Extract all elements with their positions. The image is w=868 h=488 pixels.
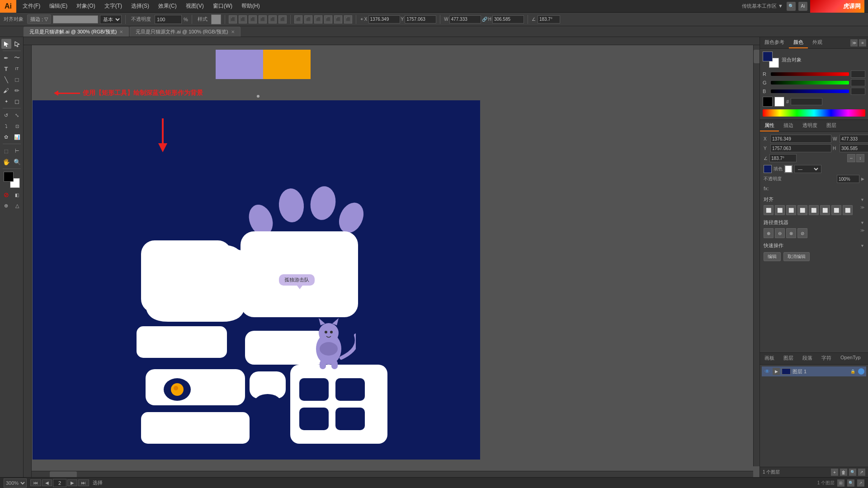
y-prop-input[interactable]	[770, 144, 831, 152]
stroke-color-prop[interactable]	[784, 165, 793, 173]
quick-actions-header[interactable]: 快速操作 ▼	[764, 241, 864, 250]
align-btn-11[interactable]: ⬛	[334, 15, 342, 23]
g-input[interactable]	[851, 79, 865, 86]
rectangle-tool[interactable]: □	[12, 75, 22, 84]
direct-selection-tool[interactable]	[12, 39, 22, 49]
selection-tool[interactable]	[1, 39, 11, 49]
angle-input[interactable]	[538, 15, 560, 23]
distribute-v-btn[interactable]: ⬜	[843, 205, 853, 215]
symbol-tool[interactable]: ✿	[1, 132, 11, 142]
pf-intersect-btn[interactable]: ⊗	[786, 228, 796, 238]
menu-object[interactable]: 对象(O)	[72, 1, 99, 11]
edit-btn[interactable]: 编辑	[764, 252, 781, 261]
align-btn-2[interactable]: ⬛	[239, 15, 247, 23]
align-btn-4[interactable]: ⬛	[259, 15, 267, 23]
artwork-canvas[interactable]: 使用【矩形工具】绘制深蓝色矩形作为背景	[33, 46, 503, 477]
pf-more[interactable]: ≫	[860, 228, 864, 238]
artboard-tool[interactable]: ⬚	[1, 146, 11, 156]
opacity-input[interactable]	[155, 15, 182, 24]
zoom-tool[interactable]: 🔍	[12, 157, 22, 167]
layer-lock-icon[interactable]: 🔒	[849, 368, 856, 375]
warp-tool[interactable]: ⤵	[1, 121, 11, 131]
tab-1[interactable]: 元旦是只猫源文件.ai @ 100% (RGB/预览) ✕	[130, 27, 240, 37]
menu-text[interactable]: 文字(T)	[100, 1, 127, 11]
status-icon-1[interactable]: ⊞	[837, 479, 844, 487]
pf-minus-btn[interactable]: ⊖	[775, 228, 785, 238]
layer-zoom-btn[interactable]: 🔍	[849, 469, 856, 476]
props-tab-stroke[interactable]: 描边	[779, 120, 798, 131]
page-last-btn[interactable]: ⏭	[78, 479, 89, 486]
w-input[interactable]	[449, 15, 481, 23]
align-more[interactable]: ≫	[860, 205, 864, 215]
panel-menu-btn[interactable]: ≡	[859, 39, 866, 47]
h-prop-input[interactable]	[840, 144, 868, 152]
h-input[interactable]	[492, 15, 524, 23]
menu-edit[interactable]: 编辑(E)	[45, 1, 72, 11]
tab-0[interactable]: 元旦是只猫讲解.ai @ 300% (RGB/预览) ✕	[24, 27, 129, 37]
align-right-btn[interactable]: ⬜	[786, 205, 796, 215]
align-btn-3[interactable]: ⬛	[249, 15, 257, 23]
scale-tool[interactable]: ⤡	[12, 110, 22, 120]
y-input[interactable]	[405, 15, 436, 23]
props-tab-layers[interactable]: 图层	[822, 120, 841, 131]
pf-unite-btn[interactable]: ⊕	[764, 228, 774, 238]
menu-view[interactable]: 视图(V)	[181, 1, 208, 11]
canvas-area[interactable]: // ruler ticks - static SVG	[24, 37, 760, 477]
scrollbar-horizontal[interactable]	[32, 471, 753, 477]
color-mode[interactable]: ◧	[12, 190, 22, 200]
b-input[interactable]	[851, 88, 865, 95]
measure-tool[interactable]: △	[12, 201, 22, 211]
fill-color-box[interactable]	[4, 172, 14, 182]
opacity-prop-input[interactable]	[837, 175, 859, 183]
layer-delete-btn[interactable]: 🗑	[840, 469, 847, 476]
layer-expand-arrow[interactable]: ▶	[773, 368, 780, 375]
fill-thumb[interactable]	[763, 52, 773, 61]
adobe-icon[interactable]: Ai	[798, 2, 807, 11]
align-bottom-btn[interactable]: ⬜	[820, 205, 830, 215]
bottom-tab-layers[interactable]: 图层	[779, 353, 798, 364]
search-icon[interactable]: 🔍	[787, 2, 796, 11]
align-center-h-btn[interactable]: ⬜	[775, 205, 785, 215]
panel-tab-color[interactable]: 颜色	[789, 37, 808, 48]
panel-tab-appearance[interactable]: 外观	[808, 37, 827, 48]
g-slider[interactable]	[771, 81, 849, 84]
scrollbar-vertical[interactable]	[753, 45, 760, 466]
stroke-select[interactable]: —	[796, 166, 820, 172]
align-btn-10[interactable]: ⬛	[324, 15, 332, 23]
stroke-prop[interactable]: —	[794, 165, 821, 173]
type-tool[interactable]: T	[1, 64, 11, 74]
menu-select[interactable]: 选择(S)	[127, 1, 154, 11]
flip-h-btn[interactable]: ↔	[847, 154, 855, 162]
w-prop-input[interactable]	[840, 135, 868, 143]
preset-select[interactable]: 基本	[100, 15, 122, 24]
color-spectrum[interactable]	[763, 109, 865, 117]
align-btn-7[interactable]: ⬛	[294, 15, 302, 23]
x-input[interactable]	[368, 15, 400, 23]
layer-arrow-btn[interactable]: ↗	[858, 469, 865, 476]
panel-expand-btn[interactable]: ≫	[850, 39, 858, 47]
menu-window[interactable]: 窗口(W)	[208, 1, 237, 11]
stroke-dropdown[interactable]: 描边 : ▽	[27, 14, 51, 24]
zoom-select[interactable]: 300%	[4, 479, 27, 488]
scrollbar-thumb-h[interactable]	[50, 471, 77, 477]
touch-type-tool[interactable]: IT	[12, 64, 22, 74]
bottom-tab-para[interactable]: 段落	[798, 353, 817, 364]
bottom-tab-artboard[interactable]: 画板	[760, 353, 779, 364]
eraser-tool[interactable]: ◻	[12, 96, 22, 106]
white-swatch[interactable]	[774, 97, 784, 107]
hex-input[interactable]	[791, 98, 822, 105]
panel-tab-color-ref[interactable]: 颜色参考	[760, 37, 789, 48]
pf-exclude-btn[interactable]: ⊘	[797, 228, 807, 238]
curvature-tool[interactable]: 〜	[12, 53, 22, 63]
layer-add-btn[interactable]: +	[831, 469, 838, 476]
rotate-tool[interactable]: ↺	[1, 110, 11, 120]
scrollbar-thumb-v[interactable]	[754, 50, 760, 63]
menu-file[interactable]: 文件(F)	[18, 1, 45, 11]
angle-prop-input[interactable]	[769, 154, 797, 162]
flip-v-btn[interactable]: ↕	[856, 154, 864, 162]
align-section-header[interactable]: 对齐 ▼	[764, 195, 864, 204]
r-slider[interactable]	[771, 72, 849, 76]
black-swatch[interactable]	[763, 97, 773, 107]
align-btn-1[interactable]: ⬛	[229, 15, 237, 23]
props-tab-attr[interactable]: 属性	[760, 120, 779, 131]
